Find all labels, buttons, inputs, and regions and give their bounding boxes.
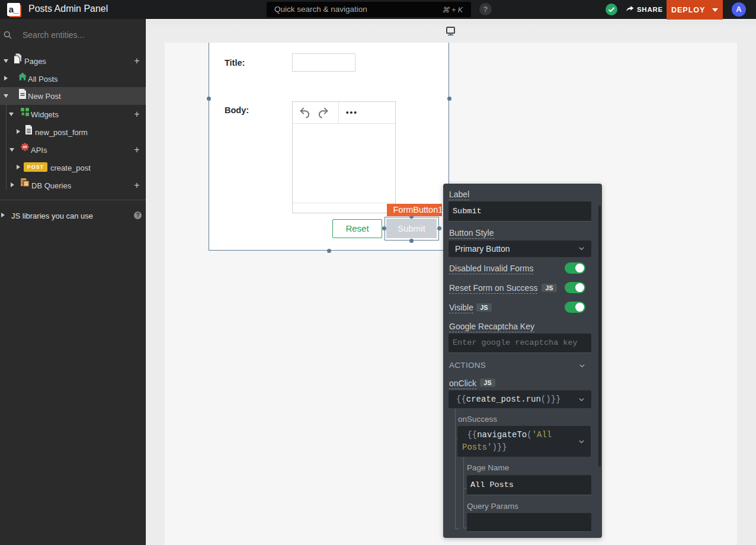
svg-text:API: API: [23, 146, 27, 149]
